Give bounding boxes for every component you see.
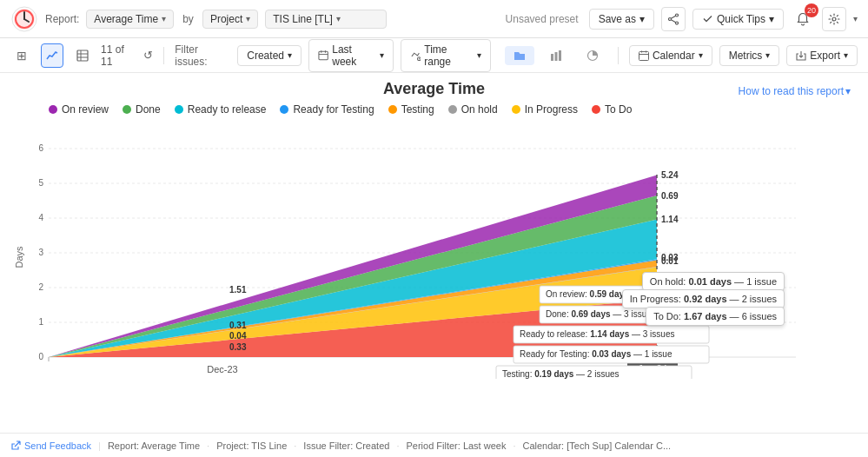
svg-text:Dec-23: Dec-23 [207,364,237,374]
legend-dot-ready-testing [280,105,288,114]
svg-point-6 [675,22,678,24]
footer-report: Report: Average Time [108,440,200,451]
pie-chart-view-button[interactable] [578,46,607,65]
report-select[interactable]: Average Time ▾ [86,10,174,29]
filter-value-button[interactable]: Created ▾ [237,45,301,66]
svg-text:Ready to release: 1.14 days — : Ready to release: 1.14 days — 3 issues [520,329,674,339]
apps-grid-button[interactable]: ⊞ [10,43,34,68]
issue-count: 11 of 11 [101,43,136,68]
svg-rect-26 [639,51,648,60]
svg-text:Ready for Testing: 0.03 days —: Ready for Testing: 0.03 days — 1 issue [520,349,673,359]
footer-period-filter: Period Filter: Last week [406,440,506,451]
folder-view-button[interactable] [505,46,534,65]
date-chevron: ▾ [380,50,384,60]
refresh-icon[interactable]: ↺ [143,49,153,62]
filter-separator [163,47,164,64]
svg-text:4: 4 [38,213,43,222]
svg-text:0.01: 0.01 [661,256,679,266]
legend-dot-testing [388,105,397,114]
footer: Send Feedback | Report: Average Time · P… [0,433,868,457]
svg-text:6: 6 [38,143,43,153]
legend-to-do: To Do [592,103,632,116]
filter-chevron: ▾ [288,50,292,60]
legend-dot-on-hold [448,105,457,114]
report-label: Report: [45,13,79,25]
time-range-button[interactable]: Time range ▾ [401,39,491,72]
svg-text:5.24: 5.24 [661,170,679,180]
line-chart-view-button[interactable] [41,43,64,68]
svg-text:0: 0 [38,352,43,361]
footer-project: Project: TIS Line [216,440,287,451]
svg-text:5: 5 [38,178,43,188]
group-chevron: ▾ [246,14,250,23]
svg-text:1.51: 1.51 [229,285,247,295]
filter-bar: ⊞ 11 of 11 ↺ Filter issues: Created ▾ La… [0,38,868,73]
by-label: by [182,13,194,25]
svg-rect-23 [554,52,557,61]
legend-ready-release: Ready to release [175,103,267,116]
svg-text:1.14: 1.14 [661,215,679,224]
unsaved-preset-label: Unsaved preset [506,13,579,25]
svg-text:1: 1 [38,317,43,327]
export-button[interactable]: Export ▾ [786,45,858,66]
svg-text:0.33: 0.33 [229,342,247,352]
legend-ready-testing: Ready for Testing [280,103,374,116]
svg-text:Done: 0.69 days — 3 issues: Done: 0.69 days — 3 issues [546,309,656,319]
legend-on-hold: On hold [448,103,498,116]
svg-text:0.69: 0.69 [661,191,679,201]
metrics-chevron: ▾ [765,50,770,60]
tooltip-in-progress: In Progress: 0.92 days — 2 issues [622,289,785,308]
calendar-button[interactable]: Calendar ▾ [629,45,712,66]
svg-text:0.31: 0.31 [229,321,247,330]
table-view-button[interactable] [70,43,94,68]
share-button[interactable] [661,7,686,31]
footer-issue-filter: Issue Filter: Created [303,440,389,451]
chart-svg-wrapper: Days 0 1 2 3 4 5 6 Dec-23 Jan- [14,123,854,381]
tooltip-to-do: To Do: 1.67 days — 6 issues [646,307,785,326]
svg-point-10 [832,17,836,21]
svg-text:Testing: 0.19 days — 2 issues: Testing: 0.19 days — 2 issues [502,369,620,379]
export-chevron: ▾ [844,50,848,60]
chart-svg: Days 0 1 2 3 4 5 6 Dec-23 Jan- [14,123,854,379]
quick-tips-button[interactable]: Quick Tips ▾ [692,9,784,30]
report-chevron: ▾ [162,14,166,23]
footer-calendar: Calendar: [Tech Sup] Calendar C... [522,440,671,451]
legend-testing: Testing [388,103,434,116]
legend-in-progress: In Progress [512,103,578,116]
group-select[interactable]: Project ▾ [202,10,258,29]
svg-point-7 [668,17,671,20]
top-nav: Report: Average Time ▾ by Project ▾ TIS … [0,0,868,38]
project-select[interactable]: TIS Line [TL] ▾ [265,10,387,29]
settings-chevron: ▾ [853,14,858,23]
chart-legend: On review Done Ready to release Ready fo… [14,103,854,123]
legend-dot-in-progress [512,105,520,114]
view-separator [618,47,619,64]
notifications-button[interactable]: 20 [791,7,815,31]
svg-text:Days: Days [14,246,24,268]
save-as-button[interactable]: Save as ▾ [589,9,654,30]
settings-button[interactable] [822,7,846,31]
how-to-read-link[interactable]: How to read this report ▾ [739,85,851,97]
filter-issues-label: Filter issues: [175,43,230,68]
send-feedback-button[interactable]: Send Feedback [10,440,91,451]
calendar-chevron: ▾ [699,50,703,60]
svg-text:0.04: 0.04 [229,331,247,341]
metrics-button[interactable]: Metrics ▾ [719,45,780,66]
time-range-chevron: ▾ [477,50,481,60]
svg-rect-15 [319,51,328,59]
chart-title: Average Time [14,80,854,98]
svg-line-9 [671,19,675,22]
tooltip-on-hold: On hold: 0.01 days — 1 issue [642,272,785,291]
date-range-button[interactable]: Last week ▾ [308,39,394,72]
notification-badge: 20 [805,3,818,17]
svg-text:3: 3 [38,248,43,257]
legend-dot-on-review [49,105,57,114]
legend-dot-to-do [592,105,600,114]
svg-rect-22 [551,54,553,61]
legend-done: Done [123,103,161,116]
bar-chart-view-button[interactable] [541,46,571,65]
svg-rect-11 [77,50,88,61]
save-as-chevron: ▾ [639,13,645,25]
svg-text:2: 2 [38,282,43,292]
app-logo [10,5,38,33]
